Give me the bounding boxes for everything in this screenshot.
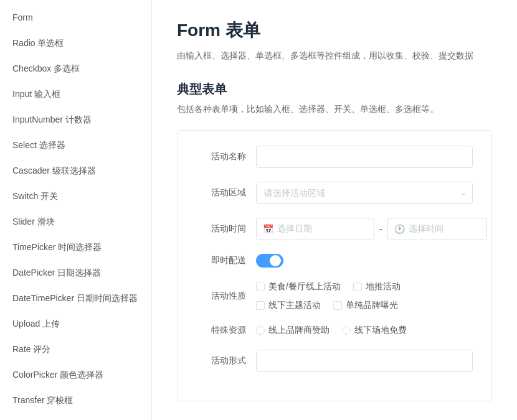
radio-item-2[interactable]: 线下场地免费 — [342, 325, 407, 336]
main-content: Form 表单 由输入框、选择器、单选框、多选框等控件组成，用以收集、校验、提交… — [152, 0, 517, 420]
sidebar-item-upload[interactable]: Upload 上传 — [0, 311, 151, 337]
label-name: 活动名称 — [196, 151, 246, 162]
control-nature: 美食/餐厅线上活动 地推活动 线下主题活动 单纯品牌曝光 — [256, 281, 473, 311]
sidebar-item-form[interactable]: Form — [0, 5, 151, 30]
checkbox-box-3 — [256, 301, 265, 310]
app-layout: Form Radio 单选框 Checkbox 多选框 Input 输入框 In… — [0, 0, 517, 420]
control-time: 📅 选择日期 - 🕐 选择时间 — [256, 218, 487, 240]
page-description: 由输入框、选择器、单选框、多选框等控件组成，用以收集、校验、提交数据 — [177, 49, 492, 62]
arrow-annotation: Form 表单 — [0, 413, 151, 420]
checkbox-label-2: 地推活动 — [366, 281, 401, 292]
form-row-nature: 活动性质 美食/餐厅线上活动 地推活动 线下主题活动 — [196, 281, 473, 311]
sidebar-item-colorpicker[interactable]: ColorPicker 颜色选择器 — [0, 362, 151, 388]
sidebar-item-cascader[interactable]: Cascader 级联选择器 — [0, 158, 151, 184]
label-delivery: 即时配送 — [196, 255, 246, 266]
label-resource: 特殊资源 — [196, 325, 246, 336]
datetime-row: 📅 选择日期 - 🕐 选择时间 — [256, 218, 487, 240]
dash-separator: - — [379, 224, 382, 234]
checkbox-group-nature: 美食/餐厅线上活动 地推活动 线下主题活动 单纯品牌曝光 — [256, 281, 473, 311]
sidebar-item-input[interactable]: Input 输入框 — [0, 82, 151, 107]
radio-circle-2 — [342, 326, 351, 335]
sidebar-item-slider[interactable]: Slider 滑块 — [0, 209, 151, 235]
time-placeholder: 选择时间 — [409, 223, 443, 235]
checkbox-box-2 — [353, 282, 362, 291]
date-picker[interactable]: 📅 选择日期 — [256, 218, 374, 240]
sidebar: Form Radio 单选框 Checkbox 多选框 Input 输入框 In… — [0, 0, 152, 420]
radio-label-2: 线下场地免费 — [354, 325, 407, 336]
checkbox-item-4[interactable]: 单纯品牌曝光 — [333, 300, 398, 311]
checkbox-label-4: 单纯品牌曝光 — [346, 300, 398, 311]
sidebar-item-formtable[interactable]: Form 表单 — [0, 413, 151, 420]
delivery-toggle[interactable] — [256, 254, 283, 268]
checkbox-box-1 — [256, 282, 265, 291]
sidebar-item-datetimepicker[interactable]: DateTimePicker 日期时间选择器 — [0, 286, 151, 311]
form-row-area: 活动区域 请选择活动区域 ⌄ — [196, 182, 473, 204]
sidebar-item-rate[interactable]: Rate 评分 — [0, 337, 151, 362]
form-row-time: 活动时间 📅 选择日期 - 🕐 选择时间 — [196, 218, 473, 240]
input-format[interactable] — [256, 350, 473, 372]
section-description: 包括各种表单项，比如输入框、选择器、开关、单选框、多选框等。 — [177, 104, 492, 115]
control-name — [256, 146, 473, 168]
form-row-format: 活动形式 — [196, 350, 473, 372]
radio-circle-1 — [256, 326, 265, 335]
sidebar-item-datepicker[interactable]: DatePicker 日期选择器 — [0, 260, 151, 286]
calendar-icon: 📅 — [263, 224, 273, 234]
form-row-delivery: 即时配送 — [196, 254, 473, 268]
label-format: 活动形式 — [196, 355, 246, 366]
select-area-wrapper: 请选择活动区域 ⌄ — [256, 182, 473, 204]
sidebar-item-radio[interactable]: Radio 单选框 — [0, 30, 151, 56]
form-row-resource: 特殊资源 线上品牌商赞助 线下场地免费 — [196, 325, 473, 336]
checkbox-label-1: 美食/餐厅线上活动 — [268, 281, 341, 292]
control-area: 请选择活动区域 ⌄ — [256, 182, 473, 204]
sidebar-item-transfer[interactable]: Transfer 穿梭框 — [0, 388, 151, 413]
time-picker[interactable]: 🕐 选择时间 — [387, 218, 487, 240]
sidebar-item-switch[interactable]: Switch 开关 — [0, 184, 151, 209]
radio-label-1: 线上品牌商赞助 — [268, 325, 330, 336]
page-title: Form 表单 — [177, 19, 492, 42]
form-row-name: 活动名称 — [196, 146, 473, 168]
sidebar-item-select[interactable]: Select 选择器 — [0, 133, 151, 158]
label-nature: 活动性质 — [196, 291, 246, 302]
radio-group-resource: 线上品牌商赞助 线下场地免费 — [256, 325, 473, 336]
control-delivery — [256, 254, 473, 268]
control-resource: 线上品牌商赞助 线下场地免费 — [256, 325, 473, 336]
control-format — [256, 350, 473, 372]
checkbox-label-3: 线下主题活动 — [268, 300, 321, 311]
sidebar-item-checkbox[interactable]: Checkbox 多选框 — [0, 56, 151, 82]
sidebar-item-timepicker[interactable]: TimePicker 时间选择器 — [0, 235, 151, 260]
select-area[interactable]: 请选择活动区域 — [256, 182, 473, 204]
checkbox-item-2[interactable]: 地推活动 — [353, 281, 401, 292]
checkbox-item-3[interactable]: 线下主题活动 — [256, 300, 321, 311]
checkbox-box-4 — [333, 301, 342, 310]
radio-item-1[interactable]: 线上品牌商赞助 — [256, 325, 330, 336]
sidebar-item-inputnumber[interactable]: InputNumber 计数器 — [0, 107, 151, 133]
label-time: 活动时间 — [196, 223, 246, 235]
toggle-thumb — [270, 255, 281, 266]
date-placeholder: 选择日期 — [277, 223, 312, 235]
clock-icon: 🕐 — [394, 224, 405, 234]
section-title: 典型表单 — [177, 81, 492, 98]
form-card: 活动名称 活动区域 请选择活动区域 ⌄ — [177, 130, 492, 401]
input-name[interactable] — [256, 146, 473, 168]
label-area: 活动区域 — [196, 187, 246, 198]
checkbox-item-1[interactable]: 美食/餐厅线上活动 — [256, 281, 341, 292]
